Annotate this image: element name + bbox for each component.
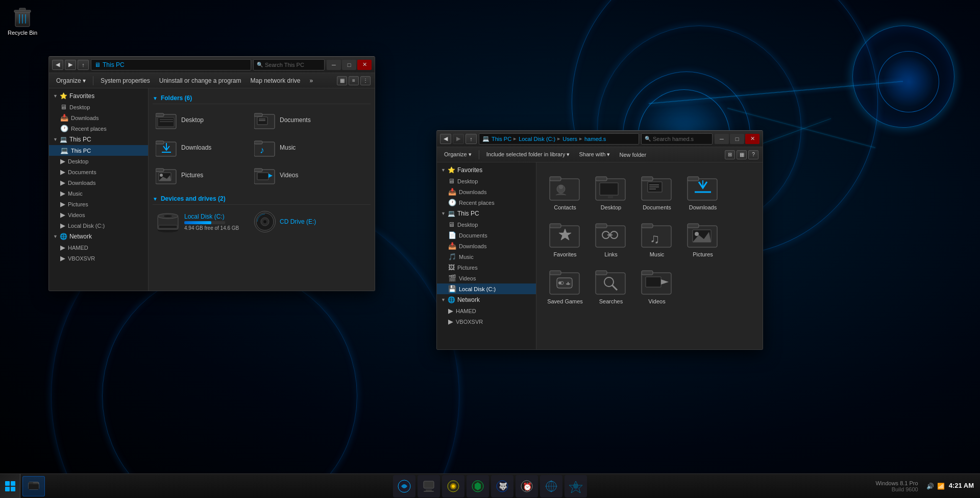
hamed-item-videos[interactable]: Videos [636,265,677,306]
maximize-button-win1[interactable]: □ [342,60,356,70]
sidebar-favorites-header-win2[interactable]: ▼ ⭐ Favorites [437,164,536,176]
clock-display[interactable]: 4:21 AM [949,481,974,490]
view-list-btn[interactable]: ≡ [349,76,359,85]
sidebar-localdisk-pc-win2[interactable]: 💾 Local Disk (C:) [437,283,536,294]
taskbar-explorer-btn[interactable] [22,476,45,496]
search-bar-win1[interactable]: 🔍 Search This PC [253,59,325,70]
back-button-win2[interactable]: ◀ [440,134,451,144]
close-button-win1[interactable]: ✕ [357,60,372,70]
sidebar-item-thispc-active[interactable]: 💻 This PC [49,145,148,156]
sidebar-item-desktop-pc[interactable]: ▶ Desktop [49,156,148,167]
folder-item-desktop[interactable]: Desktop [153,108,247,132]
uninstall-btn[interactable]: Uninstall or change a program [156,76,244,85]
view-details-btn[interactable]: ▦ [337,76,347,85]
hamed-item-music[interactable]: ♫ Music [636,218,677,259]
bc-thispc[interactable]: This PC [492,136,511,142]
up-button-win1[interactable]: ↑ [78,60,89,70]
sidebar-hamed-net-win2[interactable]: ▶ HAMED [437,305,536,316]
organize-btn-win1[interactable]: Organize ▾ [53,76,89,85]
hamed-item-savedgames[interactable]: Saved Games [545,265,585,306]
folder-item-videos[interactable]: Videos [251,163,346,187]
hamed-item-searches[interactable]: Searches [591,265,631,306]
search-bar-win2[interactable]: 🔍 Search hamed.s [641,133,713,145]
sidebar-item-music-pc[interactable]: ▶ Music [49,188,148,199]
folder-item-pictures[interactable]: Pictures [153,163,247,187]
forward-button-win2[interactable]: ▶ [453,134,464,144]
share-with-btn[interactable]: Share with ▾ [576,150,613,159]
view-options-btn[interactable]: ⋮ [360,76,371,85]
sidebar-recent-fav-win2[interactable]: 🕐 Recent places [437,197,536,208]
sidebar-item-downloads-fav[interactable]: 📥 Downloads [49,112,148,123]
sidebar-videos-pc-win2[interactable]: 🎬 Videos [437,273,536,283]
folder-item-documents[interactable]: Documents [251,108,346,132]
folder-item-music[interactable]: ♪ Music [251,136,346,159]
sidebar-network-header[interactable]: ▼ 🌐 Network [49,231,148,242]
organize-btn-win2[interactable]: Organize ▾ [441,150,475,159]
maximize-button-win2[interactable]: □ [730,134,744,144]
bc-hamed[interactable]: hamed.s [584,136,606,142]
view-medium-btn[interactable]: ▦ [737,150,747,159]
back-button-win1[interactable]: ◀ [52,60,63,70]
sidebar-item-recent-fav[interactable]: 🕐 Recent places [49,123,148,134]
breadcrumb-thispc-label[interactable]: This PC [103,61,125,68]
breadcrumb-win1[interactable]: 🖥 This PC [91,59,251,70]
taskbar-center-icon-3[interactable] [442,475,464,497]
sidebar-item-downloads-pc[interactable]: ▶ Downloads [49,177,148,188]
sidebar-downloads-fav-win2[interactable]: 📥 Downloads [437,186,536,197]
sidebar-thispc-header[interactable]: ▼ 💻 This PC [49,134,148,145]
sidebar-item-pictures-pc[interactable]: ▶ Pictures [49,199,148,209]
breadcrumb-win2[interactable]: 💻 This PC ▸ Local Disk (C:) ▸ Users ▸ ha… [479,133,639,145]
new-folder-btn[interactable]: New folder [616,151,649,159]
bc-localdisk[interactable]: Local Disk (C:) [519,136,555,142]
drive-cd-e[interactable]: CD Drive (E:) [251,209,346,234]
sidebar-music-pc-win2[interactable]: 🎵 Music [437,251,536,262]
taskbar-center-icon-4[interactable] [467,475,489,497]
view-large-btn[interactable]: ⊞ [725,150,735,159]
minimize-button-win1[interactable]: ─ [327,60,341,70]
sidebar-item-videos-pc[interactable]: ▶ Videos [49,209,148,220]
taskbar-center-icon-7[interactable] [540,475,562,497]
drive-local-c[interactable]: Local Disk (C:) 4.94 GB free of 14.6 GB [153,209,247,234]
bc-users[interactable]: Users [562,136,577,142]
sidebar-downloads-pc-win2[interactable]: 📥 Downloads [437,241,536,251]
taskbar-center-icon-5[interactable]: 🐺 [491,475,513,497]
more-btn-win1[interactable]: » [307,76,316,85]
hamed-item-desktop[interactable]: Desktop [591,171,631,212]
taskbar-center-icon-6[interactable]: ⏰ [516,475,538,497]
view-help-btn[interactable]: ? [748,150,758,159]
sidebar-item-hamed[interactable]: ▶ HAMED [49,242,148,253]
sidebar-favorites-header[interactable]: ▼ ⭐ Favorites [49,90,148,102]
hamed-item-favorites[interactable]: Favorites [545,218,585,259]
sidebar-item-localdisk-pc[interactable]: ▶ Local Disk (C:) [49,220,148,231]
sidebar-item-vboxsvr[interactable]: ▶ VBOXSVR [49,253,148,264]
up-button-win2[interactable]: ↑ [465,134,477,144]
taskbar-center-icon-1[interactable] [393,475,415,497]
sidebar-thispc-header-win2[interactable]: ▼ 💻 This PC [437,208,536,219]
forward-button-win1[interactable]: ▶ [65,60,76,70]
taskbar-center-icon-8[interactable] [565,475,587,497]
close-button-win2[interactable]: ✕ [745,134,760,144]
hamed-item-pictures[interactable]: Pictures [682,218,723,259]
hamed-item-links[interactable]: Links [591,218,631,259]
sidebar-documents-pc-win2[interactable]: 📄 Documents [437,230,536,241]
volume-icon[interactable]: 🔊 [926,483,934,490]
hamed-item-contacts[interactable]: Contacts [545,171,585,212]
network-icon[interactable]: 📶 [937,483,945,490]
minimize-button-win2[interactable]: ─ [715,134,729,144]
include-library-btn[interactable]: Include selected folder in library ▾ [483,150,573,159]
hamed-item-downloads[interactable]: Downloads [682,171,723,212]
sidebar-item-documents-pc[interactable]: ▶ Documents [49,167,148,177]
hamed-item-documents[interactable]: Documents [636,171,677,212]
taskbar-center-icon-2[interactable] [418,475,440,497]
recycle-bin-icon[interactable]: Recycle Bin [4,4,41,36]
sidebar-vboxsvr-net-win2[interactable]: ▶ VBOXSVR [437,316,536,327]
sidebar-network-header-win2[interactable]: ▼ 🌐 Network [437,294,536,305]
folder-item-downloads[interactable]: Downloads [153,136,247,159]
start-button[interactable] [0,474,20,499]
sidebar-desktop-fav-win2[interactable]: 🖥 Desktop [437,176,536,186]
map-network-btn[interactable]: Map network drive [248,76,304,85]
sidebar-item-desktop-fav[interactable]: 🖥 Desktop [49,102,148,112]
sidebar-desktop-pc-win2[interactable]: 🖥 Desktop [437,219,536,230]
sidebar-pictures-pc-win2[interactable]: 🖼 Pictures [437,262,536,273]
system-properties-btn[interactable]: System properties [97,76,153,85]
